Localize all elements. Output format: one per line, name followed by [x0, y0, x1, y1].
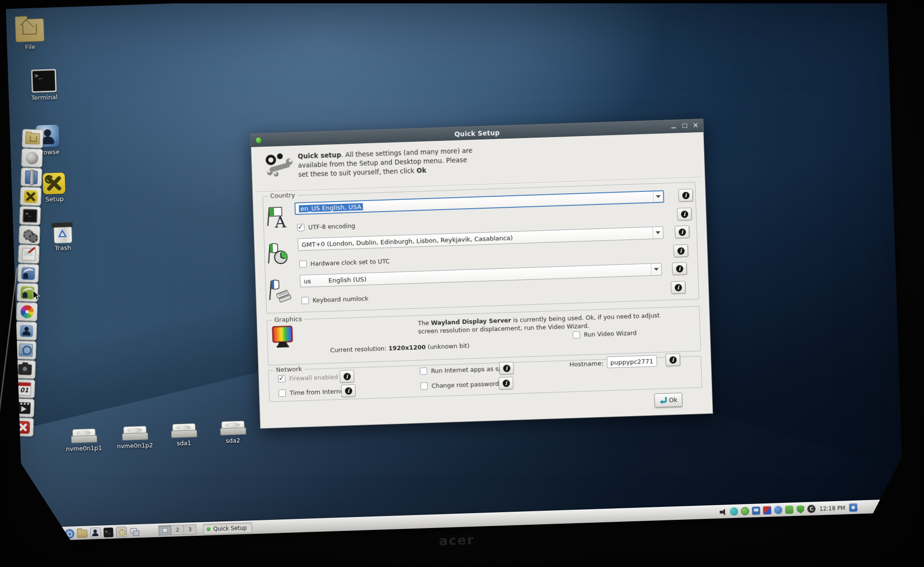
chevron-down-icon[interactable] [651, 264, 661, 276]
info-icon [343, 373, 350, 380]
utf8-info-button[interactable] [677, 208, 692, 221]
task-label: Quick Setup [213, 524, 247, 532]
info-icon [674, 284, 681, 291]
workspace-1[interactable] [159, 526, 172, 535]
windows-icon[interactable] [129, 527, 140, 537]
root-password-checkbox[interactable] [420, 382, 427, 390]
writer-icon [21, 267, 35, 280]
disk-drive-icon [220, 421, 245, 436]
launcher-camera-icon[interactable] [14, 360, 36, 379]
drive-label: sda2 [210, 436, 256, 445]
ok-button[interactable]: Ok [654, 392, 682, 407]
firewall-checkbox[interactable] [278, 375, 285, 382]
task-quick-setup[interactable]: Quick Setup [203, 522, 252, 534]
launcher-home-icon[interactable] [22, 129, 43, 148]
power-icon[interactable] [741, 507, 750, 516]
chevron-down-icon[interactable] [653, 191, 663, 202]
spot-checkbox[interactable] [420, 367, 427, 375]
settings-icon[interactable] [116, 526, 127, 537]
hwclock-checkbox[interactable] [299, 260, 307, 267]
disc-icon [26, 151, 38, 164]
terminal-icon[interactable] [103, 527, 114, 537]
launcher-close-icon[interactable] [12, 417, 34, 437]
screen: File Terminal Browse Setup Trash nvme0n1… [6, 0, 904, 542]
desktop-icon-label: Terminal [22, 93, 66, 102]
launcher-network-icon[interactable] [15, 340, 37, 360]
launcher-media-icon[interactable] [13, 398, 35, 417]
desktop-icon-terminal[interactable]: Terminal [21, 69, 66, 102]
info-icon [680, 210, 688, 217]
bluetooth-icon[interactable] [774, 506, 783, 515]
launcher-gears-icon[interactable] [19, 225, 40, 244]
desktop-drive-sda1[interactable]: sda1 [160, 423, 207, 447]
desktop-drive-nvme0n1p1[interactable]: nvme0n1p1 [60, 428, 107, 453]
launcher-writer-icon[interactable] [17, 264, 39, 283]
workspace-2[interactable]: 2 [171, 525, 184, 535]
info-icon [682, 191, 689, 199]
numlock-info-button[interactable] [671, 281, 686, 294]
close-icon[interactable] [693, 122, 699, 128]
disk-drive-icon [122, 426, 147, 441]
firewall-info-button[interactable] [339, 370, 354, 383]
video-wizard-checkbox[interactable] [573, 331, 580, 338]
launcher-editor-icon[interactable] [18, 244, 39, 264]
timezone-info-button[interactable] [675, 226, 690, 239]
locale-info-button[interactable] [678, 189, 693, 202]
drive-label: nvme0n1p1 [61, 444, 107, 453]
clock: 12:18 PM [819, 504, 847, 512]
hostname-info-button[interactable] [666, 353, 680, 366]
hostname-field[interactable] [607, 355, 657, 368]
launcher-setup-icon[interactable] [20, 187, 41, 206]
display-tray-icon[interactable] [752, 506, 761, 515]
desktop-icon-trash[interactable]: Trash [40, 222, 85, 252]
numlock-checkbox[interactable] [301, 297, 308, 304]
network-icon[interactable] [730, 507, 739, 516]
launcher-disc-icon[interactable] [21, 148, 43, 167]
minimize-icon[interactable] [670, 123, 677, 129]
menu-icon[interactable] [52, 529, 62, 539]
memory-icon[interactable] [785, 505, 794, 514]
maximize-icon[interactable] [681, 123, 688, 129]
intro-text: Quick setup. All these settings (and man… [297, 145, 500, 179]
firewall-shield-icon[interactable] [796, 505, 805, 514]
launcher-calendar-icon[interactable]: 01 [13, 379, 35, 398]
keyboard-info-button[interactable] [672, 262, 687, 275]
gears-icon [23, 228, 37, 241]
trash-recycle-icon [52, 222, 72, 243]
desktop-drive-sda2[interactable]: sda2 [209, 420, 257, 445]
time-internet-checkbox[interactable] [279, 390, 286, 397]
launcher-terminal-icon[interactable] [19, 206, 41, 225]
files-icon[interactable] [77, 530, 88, 538]
paint-pinwheel-icon [20, 305, 34, 318]
volume-icon[interactable] [719, 508, 728, 517]
desktop-icon-file[interactable]: File [7, 18, 52, 51]
launcher-archive-icon[interactable] [21, 167, 42, 187]
desktop-icon-label: Trash [40, 243, 85, 252]
text-editor-icon [22, 248, 36, 261]
calendar-icon: 01 [17, 382, 31, 396]
search-icon[interactable] [64, 529, 75, 539]
tray-settings-icon[interactable] [849, 504, 858, 512]
laptop-brand-logo: acer [438, 532, 475, 549]
svg-text:A: A [274, 213, 287, 230]
root-password-info-button[interactable] [499, 377, 513, 390]
network-legend: Network [273, 365, 305, 373]
hwclock-info-button[interactable] [673, 244, 688, 257]
chevron-down-icon[interactable] [653, 227, 663, 239]
launcher-contacts-icon[interactable] [15, 321, 37, 340]
spot-info-button[interactable] [499, 362, 514, 375]
launcher-paint-icon[interactable] [16, 302, 38, 321]
keyboard-flag-icon [267, 278, 295, 304]
utf8-checkbox[interactable] [297, 224, 304, 231]
desktop-drive-nvme0n1p2[interactable]: nvme0n1p2 [111, 426, 158, 450]
cpu-icon[interactable] [808, 504, 816, 513]
time-internet-info-button[interactable] [341, 384, 356, 397]
workspace-3[interactable]: 3 [184, 525, 196, 534]
crossed-tools-icon [43, 173, 65, 195]
screenshot-camera-icon [18, 364, 32, 375]
hostname-label: Hostname: [569, 360, 603, 368]
drive-label: nvme0n1p2 [112, 441, 158, 450]
user-icon[interactable] [90, 527, 101, 538]
locale-tray-icon[interactable] [763, 506, 772, 515]
timezone-flag-clock-icon [266, 241, 292, 267]
